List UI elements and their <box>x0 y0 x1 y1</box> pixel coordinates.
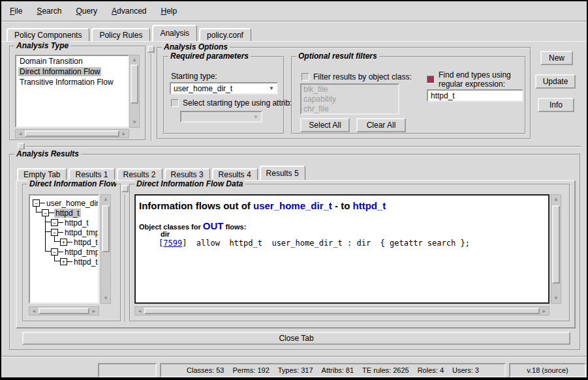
stat-types: Types: 317 <box>278 366 313 374</box>
flow-data-textarea[interactable]: Information flows out of user_home_dir_t… <box>134 194 549 304</box>
tree-node[interactable]: +httpd_t <box>60 257 99 267</box>
pane-sash-handle[interactable] <box>147 46 155 53</box>
tab-results-3[interactable]: Results 3 <box>164 168 210 180</box>
tree-node[interactable]: +httpd_t <box>60 237 99 247</box>
menu-query[interactable]: Query <box>76 7 97 16</box>
tree-expander-icon[interactable]: + <box>60 258 67 265</box>
tree-vscrollbar[interactable]: ▲ ▼ <box>101 194 111 304</box>
menu-file[interactable]: File <box>10 7 22 16</box>
scroll-left-icon[interactable]: ◄ <box>135 307 144 315</box>
pane-sash-vertical[interactable] <box>151 53 152 141</box>
object-line-suffix: flows: <box>224 223 247 231</box>
data-hscrollbar[interactable]: ◄ ► <box>134 306 549 315</box>
object-class-checkbox[interactable] <box>302 73 309 81</box>
chevron-down-icon[interactable]: ▼ <box>266 85 277 91</box>
regex-checkbox[interactable] <box>427 76 435 83</box>
tree-node-label[interactable]: httpd_t <box>54 209 81 218</box>
tree-expander-icon[interactable]: − <box>42 209 49 216</box>
tree-connector <box>54 241 60 242</box>
attrib-checkbox[interactable] <box>171 99 179 107</box>
scroll-down-icon[interactable]: ▼ <box>130 118 139 127</box>
tree-node-label[interactable]: httpd_tmp_t <box>63 228 99 237</box>
scroll-up-icon[interactable]: ▲ <box>551 195 561 204</box>
object-class-list[interactable]: blk_file capability chr_file <box>300 83 399 115</box>
tree-node-label[interactable]: httpd_t <box>72 257 99 267</box>
tab-results-4[interactable]: Results 4 <box>212 168 258 180</box>
scroll-left-icon[interactable]: ◄ <box>16 130 25 138</box>
scroll-down-icon[interactable]: ▼ <box>101 294 110 303</box>
list-item[interactable]: Direct Information Flow <box>16 66 128 77</box>
analysis-type-hscrollbar[interactable]: ◄ ► <box>15 129 129 138</box>
scroll-up-icon[interactable]: ▲ <box>130 55 139 65</box>
tree-node[interactable]: −user_home_dir_t <box>33 198 99 208</box>
tab-analysis[interactable]: Analysis <box>152 25 197 41</box>
scroll-up-icon[interactable]: ▲ <box>101 195 110 204</box>
scroll-right-icon[interactable]: ► <box>119 130 129 138</box>
tab-results-1[interactable]: Results 1 <box>69 168 114 180</box>
scrollbar-thumb[interactable] <box>25 130 119 137</box>
tab-results-5[interactable]: Results 5 <box>260 166 305 180</box>
scrollbar-thumb[interactable] <box>144 308 540 314</box>
new-button[interactable]: New <box>540 51 573 65</box>
results-sash-handle[interactable] <box>121 185 129 192</box>
tree-expander-icon[interactable]: + <box>60 239 67 246</box>
menu-bar: File Search Query Advanced Help <box>1 1 587 21</box>
scroll-right-icon[interactable]: ► <box>540 307 549 315</box>
analysis-type-list[interactable]: Domain Transition Direct Information Flo… <box>15 55 129 128</box>
scroll-down-icon[interactable]: ▼ <box>551 294 561 303</box>
tree-node-label[interactable]: httpd_tmpfs_ <box>63 248 99 257</box>
list-item[interactable]: Domain Transition <box>16 56 128 66</box>
object-class-name: dir <box>161 230 170 238</box>
tree-node[interactable]: −httpd_t <box>51 218 90 227</box>
scroll-left-icon[interactable]: ◄ <box>29 307 39 315</box>
tree-expander-icon[interactable]: − <box>51 229 58 236</box>
stat-te-rules: TE rules: 2625 <box>362 366 409 374</box>
tree-node-label[interactable]: user_home_dir_t <box>45 199 99 208</box>
tab-results-2[interactable]: Results 2 <box>117 168 162 180</box>
flow-data-title: Direct Information Flow Data <box>134 179 245 188</box>
tree-expander-icon[interactable]: − <box>51 219 58 226</box>
menu-help[interactable]: Help <box>161 7 177 16</box>
scroll-right-icon[interactable]: ► <box>89 307 99 315</box>
analysis-type-group: Analysis Type Domain Transition Direct I… <box>9 46 146 141</box>
menu-advanced[interactable]: Advanced <box>112 7 146 16</box>
flow-tree-group: Direct Information Flow T −us <box>22 184 121 322</box>
main-tab-bar: Policy Components Policy Rules Analysis … <box>7 25 253 41</box>
rule-id-link[interactable]: 7599 <box>163 239 182 248</box>
scrollbar-thumb[interactable] <box>102 205 110 252</box>
tree-hscrollbar[interactable]: ◄ ► <box>29 306 99 315</box>
attrib-combobox[interactable]: ▼ <box>180 111 262 123</box>
scrollbar-thumb[interactable] <box>39 308 89 314</box>
starting-type-combobox[interactable]: user_home_dir_t ▼ <box>170 82 278 95</box>
tree-node[interactable]: −httpd_tmpfs_ <box>51 247 99 257</box>
results-sash-vertical[interactable] <box>125 194 126 322</box>
tab-policy-components[interactable]: Policy Components <box>7 28 89 41</box>
apol-window: File Search Query Advanced Help Policy C… <box>0 0 588 380</box>
scrollbar-thumb[interactable] <box>131 65 138 104</box>
tab-policy-rules[interactable]: Policy Rules <box>91 28 150 41</box>
select-all-button[interactable]: Select All <box>300 118 350 132</box>
menu-search[interactable]: Search <box>37 7 61 16</box>
list-item[interactable]: Transitive Information Flow <box>16 77 128 87</box>
tree-node[interactable]: −httpd_tmp_t <box>51 227 99 237</box>
tree-node-label[interactable]: httpd_t <box>63 218 90 227</box>
tree-node-label[interactable]: httpd_t <box>72 238 99 247</box>
regex-input[interactable]: httpd_t <box>427 89 523 102</box>
info-button[interactable]: Info <box>538 98 574 112</box>
status-version-panel: v.18 (source) <box>509 363 586 377</box>
clear-all-button[interactable]: Clear All <box>356 118 406 132</box>
update-button[interactable]: Update <box>535 74 576 89</box>
tree-expander-icon[interactable]: − <box>33 199 40 207</box>
tree-connector <box>45 222 51 222</box>
tree-expander-icon[interactable]: − <box>51 248 58 256</box>
data-vscrollbar[interactable]: ▲ ▼ <box>551 194 561 304</box>
close-tab-button[interactable]: Close Tab <box>22 332 570 345</box>
tree-node[interactable]: −httpd_t <box>42 208 81 218</box>
tab-empty[interactable]: Empty Tab <box>17 168 67 180</box>
pane-sash-horizontal[interactable] <box>26 146 581 147</box>
menu-divider <box>1 21 587 22</box>
flow-tree[interactable]: −user_home_dir_t −httpd_t −httpd_t −http… <box>29 194 99 304</box>
tab-policy-conf[interactable]: policy.conf <box>199 28 251 41</box>
analysis-type-vscrollbar[interactable]: ▲ ▼ <box>129 55 140 128</box>
scrollbar-thumb[interactable] <box>552 205 560 284</box>
